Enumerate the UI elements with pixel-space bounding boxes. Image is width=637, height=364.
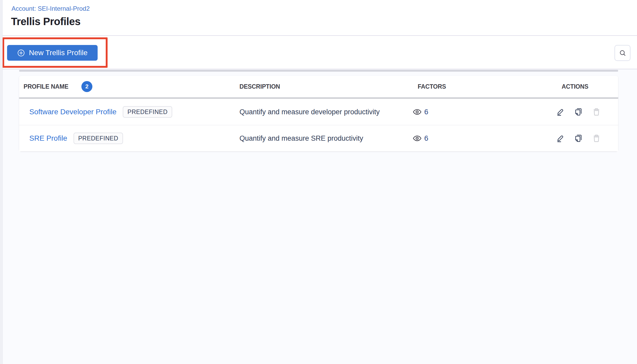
search-button[interactable] (614, 45, 630, 61)
profile-description: Quantify and measure developer productiv… (239, 108, 380, 116)
column-header-profile-name: PROFILE NAME (24, 83, 68, 90)
new-trellis-profile-label: New Trellis Profile (29, 49, 87, 57)
header-divider (0, 35, 637, 36)
column-header-description: DESCRIPTION (239, 83, 280, 90)
row-actions (556, 99, 601, 125)
profile-name-link[interactable]: SRE Profile (29, 134, 67, 143)
new-trellis-profile-button[interactable]: New Trellis Profile (7, 45, 98, 61)
predefined-badge: PREDEFINED (74, 133, 123, 144)
profile-description: Quantify and measure SRE productivity (239, 134, 363, 143)
edit-profile-button[interactable] (556, 107, 565, 117)
edit-profile-button[interactable] (556, 134, 565, 143)
pencil-icon (556, 134, 565, 143)
trellis-profiles-page: Account: SEI-Internal-Prod2 Trellis Prof… (0, 0, 637, 364)
collapsed-sidebar-edge (0, 0, 3, 364)
search-icon (619, 49, 627, 57)
table-row: Software Developer Profile PREDEFINED Qu… (19, 99, 618, 125)
table-horizontal-scrollbar[interactable] (19, 70, 618, 72)
clone-profile-button[interactable] (574, 134, 583, 143)
trash-icon (592, 107, 601, 116)
plus-circle-icon (17, 49, 25, 57)
profile-count-badge: 2 (81, 81, 92, 92)
predefined-badge: PREDEFINED (123, 106, 172, 118)
delete-profile-button[interactable] (592, 107, 601, 117)
delete-profile-button[interactable] (592, 134, 601, 143)
eye-icon (412, 108, 422, 116)
profiles-table: PROFILE NAME 2 DESCRIPTION FACTORS ACTIO… (19, 76, 618, 151)
table-body: Software Developer Profile PREDEFINED Qu… (19, 99, 618, 151)
toolbar-divider (0, 69, 637, 69)
table-header-row: PROFILE NAME 2 DESCRIPTION FACTORS ACTIO… (19, 76, 618, 97)
page-title: Trellis Profiles (11, 16, 80, 27)
clone-profile-button[interactable] (574, 107, 583, 117)
factors-cell: 6 (412, 99, 428, 125)
factors-count: 6 (424, 108, 428, 116)
column-header-actions: ACTIONS (562, 83, 588, 90)
table-row: SRE Profile PREDEFINED Quantify and meas… (19, 125, 618, 151)
eye-icon (412, 134, 422, 142)
profile-name-cell: SRE Profile PREDEFINED (29, 125, 123, 151)
account-breadcrumb-link[interactable]: Account: SEI-Internal-Prod2 (12, 5, 90, 12)
factors-cell: 6 (412, 125, 428, 151)
row-actions (556, 125, 601, 151)
trash-icon (592, 134, 601, 143)
copy-icon (574, 134, 583, 143)
profile-name-link[interactable]: Software Developer Profile (29, 108, 116, 116)
column-header-factors: FACTORS (418, 83, 446, 90)
profile-name-cell: Software Developer Profile PREDEFINED (29, 99, 172, 125)
pencil-icon (556, 107, 565, 116)
copy-icon (574, 107, 583, 116)
factors-count: 6 (424, 134, 428, 143)
